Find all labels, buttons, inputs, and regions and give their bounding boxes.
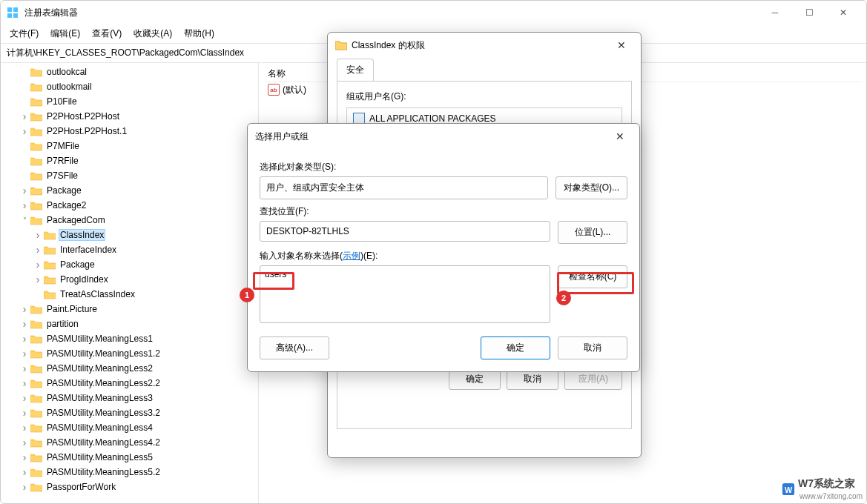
tree-node-label: PassportForWork — [45, 481, 117, 493]
tree-node[interactable]: outlookcal — [1, 64, 258, 79]
select-advanced-button[interactable]: 高级(A)... — [260, 336, 329, 359]
chevron-right-icon[interactable] — [20, 451, 29, 463]
tree-node[interactable]: PASMUtility.MeaningLess3.2 — [1, 405, 258, 420]
object-types-button[interactable]: 对象类型(O)... — [556, 176, 627, 199]
menu-help[interactable]: 帮助(H) — [178, 24, 220, 43]
tree-node[interactable]: outlookmail — [1, 79, 258, 94]
menu-file[interactable]: 文件(F) — [4, 24, 44, 43]
tree-node-label: PASMUtility.MeaningLess5 — [45, 451, 154, 463]
tree-node[interactable]: partition — [1, 316, 258, 331]
locations-button[interactable]: 位置(L)... — [558, 221, 627, 244]
tree-node[interactable]: PackagedCom — [1, 213, 258, 228]
chevron-right-icon[interactable] — [20, 303, 29, 315]
chevron-right-icon[interactable] — [20, 377, 29, 389]
folder-icon — [30, 67, 42, 77]
tree-node-label: PASMUtility.MeaningLess1.2 — [45, 348, 162, 359]
tree-node[interactable]: Package — [1, 183, 258, 198]
tree-node-label: ClassIndex — [59, 229, 105, 241]
folder-icon — [335, 40, 347, 50]
folder-icon — [30, 215, 42, 225]
chevron-right-icon[interactable] — [20, 437, 29, 448]
watermark-url: www.w7xitong.com — [800, 492, 863, 500]
perm-close-button[interactable]: ✕ — [610, 36, 633, 54]
select-ok-button[interactable]: 确定 — [481, 336, 550, 359]
tree-node-label: PASMUtility.MeaningLess4.2 — [45, 437, 162, 448]
tree-node[interactable]: P7MFile — [1, 139, 258, 153]
chevron-right-icon[interactable] — [20, 481, 29, 493]
tree-node[interactable]: PASMUtility.MeaningLess1 — [1, 331, 258, 346]
tree-node[interactable]: PASMUtility.MeaningLess2.2 — [1, 376, 258, 391]
tree-node-label: P7MFile — [45, 140, 81, 152]
check-names-button[interactable]: 检查名称(C) — [558, 265, 627, 288]
folder-icon — [30, 482, 42, 492]
tab-security[interactable]: 安全 — [337, 59, 374, 82]
maximize-button[interactable]: ☐ — [792, 1, 826, 24]
chevron-down-icon[interactable] — [20, 216, 29, 225]
menu-edit[interactable]: 编辑(E) — [44, 24, 86, 43]
tree-node[interactable]: P7SFile — [1, 168, 258, 183]
tree-node-label: PASMUtility.MeaningLess1 — [45, 333, 154, 345]
tree-node[interactable]: PassportForWork — [1, 480, 258, 494]
select-title: 选择用户或组 — [255, 130, 608, 143]
tree-node[interactable]: Paint.Picture — [1, 302, 258, 316]
folder-icon — [30, 467, 42, 477]
svg-text:W: W — [785, 485, 793, 494]
close-button[interactable]: ✕ — [826, 1, 860, 24]
folder-icon — [30, 319, 42, 329]
tree-node-label: PASMUtility.MeaningLess3 — [45, 392, 154, 404]
select-cancel-button[interactable]: 取消 — [558, 336, 627, 359]
menu-favorites[interactable]: 收藏夹(A) — [128, 24, 178, 43]
chevron-right-icon[interactable] — [20, 333, 29, 345]
tree-node-label: P7RFile — [45, 155, 80, 167]
chevron-right-icon[interactable] — [33, 229, 42, 241]
folder-icon — [30, 96, 42, 107]
select-close-button[interactable]: ✕ — [608, 127, 632, 145]
chevron-right-icon[interactable] — [20, 407, 29, 419]
select-user-dialog: 选择用户或组 ✕ 选择此对象类型(S): 用户、组或内置安全主体 对象类型(O)… — [247, 123, 640, 372]
folder-icon — [30, 422, 42, 433]
tree-node[interactable]: PASMUtility.MeaningLess5 — [1, 450, 258, 465]
tree-node[interactable]: P2PHost.P2PHost.1 — [1, 124, 258, 139]
badge-2: 2 — [556, 291, 571, 305]
watermark-logo-icon: W — [782, 483, 795, 496]
tree-node[interactable]: P2PHost.P2PHost — [1, 109, 258, 124]
minimize-button[interactable]: ─ — [758, 1, 792, 24]
tree-panel[interactable]: outlookcaloutlookmailP10FileP2PHost.P2PH… — [1, 63, 259, 503]
chevron-right-icon[interactable] — [20, 392, 29, 404]
tree-node[interactable]: PASMUtility.MeaningLess2 — [1, 361, 258, 376]
chevron-right-icon[interactable] — [20, 125, 29, 137]
examples-link[interactable]: 示例 — [343, 251, 360, 261]
tree-node-label: outlookcal — [45, 66, 88, 78]
chevron-right-icon[interactable] — [33, 273, 42, 285]
chevron-right-icon[interactable] — [20, 199, 29, 211]
window-title: 注册表编辑器 — [24, 7, 758, 19]
tree-node[interactable]: TreatAsClassIndex — [1, 287, 258, 302]
chevron-right-icon[interactable] — [20, 318, 29, 330]
string-value-icon: ab — [268, 84, 280, 96]
tree-node[interactable]: PASMUtility.MeaningLess5.2 — [1, 465, 258, 480]
tree-node[interactable]: ClassIndex — [1, 228, 258, 242]
folder-icon — [44, 230, 56, 240]
chevron-right-icon[interactable] — [20, 422, 29, 434]
tree-node[interactable]: Package2 — [1, 198, 258, 213]
chevron-right-icon[interactable] — [20, 362, 29, 374]
tree-node[interactable]: P7RFile — [1, 153, 258, 168]
watermark-brand: W7系统之家 — [798, 477, 855, 489]
chevron-right-icon[interactable] — [20, 466, 29, 478]
object-names-input[interactable] — [260, 265, 550, 323]
chevron-right-icon[interactable] — [33, 244, 42, 256]
tree-node[interactable]: InterfaceIndex — [1, 242, 258, 257]
tree-node[interactable]: ProgIdIndex — [1, 272, 258, 287]
tree-node[interactable]: PASMUtility.MeaningLess4 — [1, 420, 258, 435]
chevron-right-icon[interactable] — [20, 110, 29, 122]
menu-view[interactable]: 查看(V) — [86, 24, 128, 43]
tree-node[interactable]: Package — [1, 257, 258, 272]
folder-icon — [30, 408, 42, 418]
chevron-right-icon[interactable] — [33, 259, 42, 271]
tree-node[interactable]: P10File — [1, 94, 258, 109]
tree-node[interactable]: PASMUtility.MeaningLess3 — [1, 391, 258, 405]
chevron-right-icon[interactable] — [20, 348, 29, 359]
chevron-right-icon[interactable] — [20, 185, 29, 196]
tree-node[interactable]: PASMUtility.MeaningLess1.2 — [1, 346, 258, 361]
tree-node[interactable]: PASMUtility.MeaningLess4.2 — [1, 435, 258, 450]
